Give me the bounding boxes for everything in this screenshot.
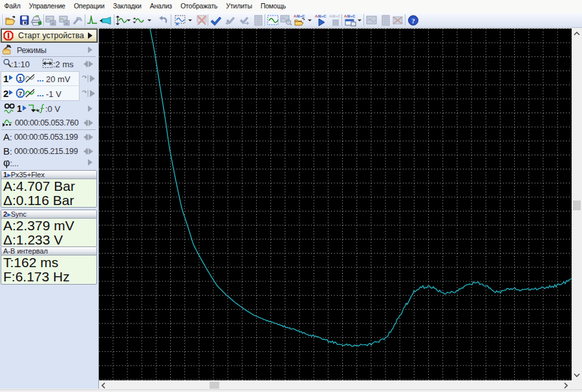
svg-text:?: ? [411,17,415,25]
svg-text:A/B+C: A/B+C [315,14,327,18]
svg-text:A/B+C: A/B+C [344,14,356,18]
svg-text:7: 7 [19,90,22,97]
svg-text:A/B+C: A/B+C [329,14,341,18]
svg-text:A/B+C: A/B+C [294,14,305,18]
svg-text:1: 1 [19,75,23,82]
